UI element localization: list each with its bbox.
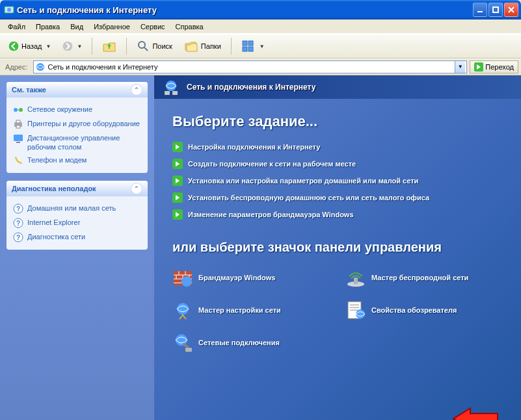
wireless-icon [345,267,366,288]
svg-point-6 [139,42,145,48]
svg-point-46 [177,303,189,315]
back-button[interactable]: Назад ▼ [4,38,55,54]
chevron-down-icon: ▼ [260,44,265,49]
task-pane: См. также ⌃ Сетевое окружение Принтеры и… [0,75,154,420]
toolbar-separator [231,38,232,55]
firewall-icon [172,267,193,288]
link-printers[interactable]: Принтеры и другое оборудование [13,117,141,131]
task-wireless-network[interactable]: Установить беспроводную домашнюю сеть ил… [172,192,503,203]
chevron-down-icon: ▼ [77,44,82,49]
svg-text:?: ? [16,220,20,227]
maximize-button[interactable] [488,3,503,17]
go-button[interactable]: Переход [470,60,518,73]
folders-button[interactable]: Папки [180,36,226,56]
panel-troubleshoot-title: Диагностика неполадок [12,185,96,192]
link-ie[interactable]: ? Internet Explorer [13,216,141,230]
svg-rect-7 [243,41,247,46]
menu-view[interactable]: Вид [65,21,88,32]
menu-tools[interactable]: Сервис [135,21,170,32]
task-workplace-conn[interactable]: Создать подключение к сети на рабочем ме… [172,159,503,169]
svg-point-1 [7,8,11,12]
up-button[interactable] [98,36,121,56]
link-phone-modem[interactable]: Телефон и модем [13,153,141,168]
collapse-icon[interactable]: ⌃ [131,84,142,96]
cp-internet-options[interactable]: Свойства обозревателя [345,300,503,321]
svg-point-11 [36,63,44,71]
navigation-toolbar: Назад ▼ ▼ Поиск Папки ▼ [0,34,521,59]
menu-edit[interactable]: Правка [31,21,65,32]
cp-network-wizard[interactable]: Мастер настройки сети [172,300,330,321]
toolbar-separator [126,38,127,55]
svg-rect-10 [248,47,253,51]
main-body: См. также ⌃ Сетевое окружение Принтеры и… [0,75,521,420]
remote-icon [13,133,23,144]
menu-file[interactable]: Файл [3,21,31,32]
network-connections-icon [172,332,193,353]
go-label: Переход [485,63,514,71]
search-button[interactable]: Поиск [132,37,176,55]
phone-icon [13,155,23,166]
window-titlebar[interactable]: Сеть и подключения к Интернету [0,0,521,20]
panel-see-also-header[interactable]: См. также ⌃ [7,82,148,98]
address-icon [35,62,46,72]
svg-rect-19 [16,142,20,143]
svg-point-14 [19,108,23,112]
panel-troubleshoot: Диагностика неполадок ⌃ ? Домашняя или м… [7,181,148,250]
cp-wireless-wizard[interactable]: Мастер беспроводной сети [345,267,503,288]
folders-label: Папки [201,42,221,50]
toolbar-separator [92,38,92,55]
svg-text:?: ? [16,205,20,213]
svg-rect-17 [16,125,20,128]
task-home-network[interactable]: Установка или настройка параметров домаш… [172,176,503,186]
svg-point-13 [14,108,18,112]
link-remote-desktop[interactable]: Дистанционное управление рабочим столом [13,131,141,153]
views-button[interactable]: ▼ [237,36,269,56]
link-home-network[interactable]: ? Домашняя или малая сеть [13,202,141,216]
close-button[interactable] [504,3,518,17]
arrow-icon [172,209,183,220]
cp-network-connections[interactable]: Сетевые подключения [172,332,330,353]
panel-see-also: См. также ⌃ Сетевое окружение Принтеры и… [7,82,148,173]
link-network-diag[interactable]: ? Диагностика сети [13,230,141,244]
svg-text:?: ? [16,234,20,241]
svg-point-5 [63,42,73,51]
minimize-button[interactable] [473,3,487,17]
link-network-places[interactable]: Сетевое окружение [13,103,141,117]
back-label: Назад [21,42,42,50]
network-icon [13,105,23,115]
chevron-down-icon: ▼ [46,44,51,49]
svg-rect-9 [243,47,247,51]
address-dropdown-icon[interactable]: ▼ [455,61,465,73]
address-value: Сеть и подключения к Интернету [46,63,455,71]
menu-favorites[interactable]: Избранное [88,21,135,32]
tasks-heading: Выберите задание... [172,113,503,130]
control-panel-icons: Брандмауэр Windows Мастер беспроводной с… [172,267,503,353]
content-header-title: Сеть и подключения к Интернету [187,83,315,92]
svg-rect-18 [14,135,23,141]
cp-heading: или выберите значок панели управления [172,239,503,256]
content-header: Сеть и подключения к Интернету [154,75,521,99]
svg-rect-53 [185,348,192,352]
internet-options-icon [345,300,366,321]
cp-firewall[interactable]: Брандмауэр Windows [172,267,330,288]
content-pane: Сеть и подключения к Интернету Выберите … [154,75,521,420]
menu-bar: Файл Правка Вид Избранное Сервис Справка [0,20,521,34]
task-list: Настройка подключения к Интернету Создат… [172,142,503,220]
network-wizard-icon [172,300,193,321]
address-label: Адрес: [3,63,31,71]
svg-point-4 [9,42,19,51]
task-firewall-settings[interactable]: Изменение параметров брандмауэра Windows [172,209,503,220]
panel-troubleshoot-header[interactable]: Диагностика неполадок ⌃ [7,181,148,196]
arrow-icon [172,176,183,186]
printer-icon [13,119,23,129]
menu-help[interactable]: Справка [170,21,209,32]
forward-button[interactable]: ▼ [58,38,87,54]
arrow-icon [172,192,183,203]
task-internet-setup[interactable]: Настройка подключения к Интернету [172,142,503,152]
category-icon [162,78,180,96]
svg-rect-3 [493,7,498,12]
collapse-icon[interactable]: ⌃ [131,183,142,194]
address-combobox[interactable]: Сеть и подключения к Интернету ▼ [33,60,468,73]
window-title: Сеть и подключения к Интернету [17,5,473,15]
svg-point-43 [181,276,192,287]
